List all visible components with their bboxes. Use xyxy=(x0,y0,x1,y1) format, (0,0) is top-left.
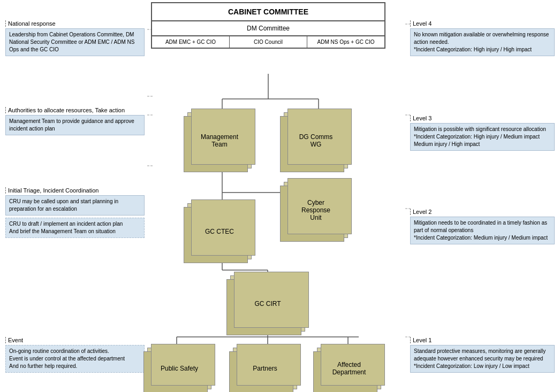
public-safety-label: Public Safety xyxy=(161,365,198,372)
public-safety-box: Public Safety xyxy=(147,348,211,389)
level1-title: Level 1 xyxy=(410,337,555,343)
level2-title: Level 2 xyxy=(410,209,555,215)
event-title: Event xyxy=(5,337,145,343)
sub-committees-row: ADM EMC + GC CIO CIO Council ADM NS Ops … xyxy=(152,36,384,48)
management-team-label: ManagementTeam xyxy=(201,133,238,148)
national-response-panel: National response Leadership from Cabine… xyxy=(5,20,145,56)
level3-title: Level 3 xyxy=(410,115,555,121)
dm-committee-label: DM Committee xyxy=(152,21,384,36)
sub-committee-cio: CIO Council xyxy=(230,36,307,48)
initial-triage-box2: CRU to draft / implement an incident act… xyxy=(5,218,145,238)
initial-triage-box1: CRU may be called upon and start plannin… xyxy=(5,195,145,216)
level1-box: Standard protective measures, monitoring… xyxy=(410,345,555,373)
level3-panel: Level 3 Mitigation is possible with sign… xyxy=(410,115,555,151)
cyber-response-unit-label: CyberResponseUnit xyxy=(301,199,330,221)
initial-triage-title: Initial Triage, Incident Coordination xyxy=(5,187,145,194)
level2-box: Mitigation needs to be coordinated in a … xyxy=(410,217,555,244)
cabinet-committee-box: CABINET COMMITTEE DM Committee ADM EMC +… xyxy=(151,2,385,49)
affected-department-box: AffectedDepartment xyxy=(317,348,381,389)
diagram-container: CABINET COMMITTEE DM Committee ADM EMC +… xyxy=(0,0,560,392)
partners-box: Partners xyxy=(233,348,297,389)
level4-panel: Level 4 No known mitigation available or… xyxy=(410,20,555,56)
gc-ctec-label: GC CTEC xyxy=(205,228,234,235)
dg-comms-wg-label: DG CommsWG xyxy=(299,133,333,148)
level1-panel: Level 1 Standard protective measures, mo… xyxy=(410,337,555,373)
authorities-panel: Authorities to allocate resources, Take … xyxy=(5,107,145,135)
level3-box: Mitigation is possible with significant … xyxy=(410,123,555,151)
partners-label: Partners xyxy=(253,365,277,372)
event-panel: Event On-going routine coordination of a… xyxy=(5,337,145,373)
initial-triage-panel: Initial Triage, Incident Coordination CR… xyxy=(5,187,145,238)
cabinet-committee-title: CABINET COMMITTEE xyxy=(152,3,384,21)
sub-committee-adm-emc: ADM EMC + GC CIO xyxy=(152,36,230,48)
national-response-title: National response xyxy=(5,20,145,27)
gc-cirt-label: GC CIRT xyxy=(254,300,281,308)
gc-ctec-box: GC CTEC xyxy=(187,203,252,259)
dg-comms-wg-box: DG CommsWG xyxy=(284,112,348,168)
level2-panel: Level 2 Mitigation needs to be coordinat… xyxy=(410,209,555,244)
level4-box: No known mitigation available or overwhe… xyxy=(410,28,555,56)
national-response-box: Leadership from Cabinet Operations Commi… xyxy=(5,28,145,56)
authorities-title: Authorities to allocate resources, Take … xyxy=(5,107,145,113)
authorities-box: Management Team to provide guidance and … xyxy=(5,115,145,135)
management-team-box: ManagementTeam xyxy=(187,112,252,168)
event-box: On-going routine coordination of activit… xyxy=(5,345,145,373)
gc-cirt-box: GC CIRT xyxy=(230,275,305,332)
sub-committee-adm-ns: ADM NS Ops + GC CIO xyxy=(307,36,384,48)
affected-department-label: AffectedDepartment xyxy=(332,361,366,376)
level4-title: Level 4 xyxy=(410,20,555,27)
cyber-response-unit-box: CyberResponseUnit xyxy=(284,182,348,238)
